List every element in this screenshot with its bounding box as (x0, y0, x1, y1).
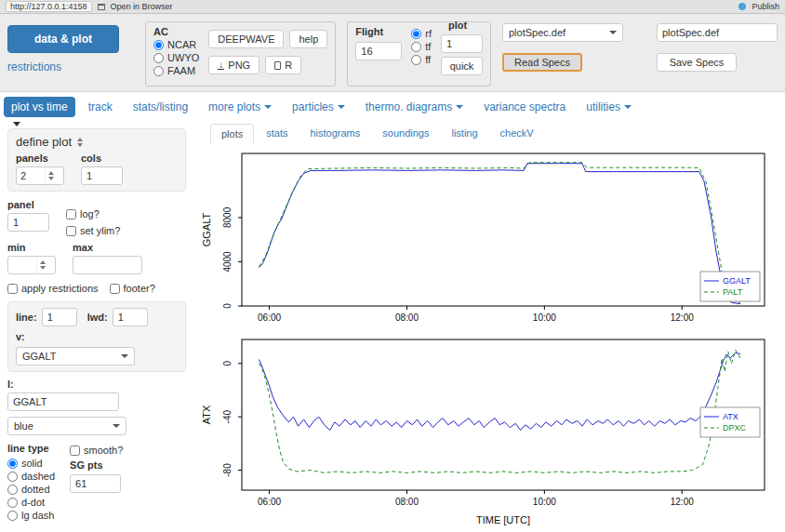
ac-radio-ncar[interactable] (153, 40, 164, 50)
apply-restrictions-checkbox[interactable]: apply restrictions (7, 283, 99, 294)
tab-thermo-diagrams[interactable]: thermo. diagrams (358, 97, 471, 117)
color-select[interactable]: blue (7, 417, 126, 435)
min-input[interactable] (8, 259, 36, 271)
download-icon: ↓ (218, 60, 224, 70)
save-filename-input[interactable] (657, 23, 778, 42)
smooth-checkbox-input[interactable] (70, 446, 80, 456)
subtab-checkv[interactable]: checkV (490, 124, 544, 144)
data-plot-button[interactable]: data & plot (7, 25, 119, 53)
line-type-solid[interactable]: solid (7, 458, 55, 469)
spinner-icon[interactable] (45, 167, 57, 184)
subtab-histograms[interactable]: histograms (299, 124, 370, 144)
svg-text:ATX: ATX (723, 412, 738, 421)
quick-button[interactable]: quick (441, 57, 483, 75)
flight-type-label: tf (425, 41, 431, 52)
flight-type-rf[interactable]: rf (411, 28, 432, 39)
svg-text:PALT: PALT (723, 287, 743, 297)
ac-option-uwyo[interactable]: UWYO (153, 52, 199, 63)
lwd-input[interactable] (113, 308, 148, 326)
read-specs-button[interactable]: Read Specs (502, 53, 582, 72)
ff-radio[interactable] (411, 55, 421, 65)
ac-option-faam[interactable]: FAAM (153, 65, 199, 76)
smooth-checkbox[interactable]: smooth? (70, 445, 123, 456)
open-in-browser-button[interactable]: Open in Browser (111, 2, 173, 11)
ggalt-chart-svg: 06:0008:0010:0012:00040008000GGALTGGALTP… (197, 146, 774, 330)
flight-type-ff[interactable]: ff (411, 54, 432, 65)
svg-text:0: 0 (222, 361, 233, 366)
restrictions-link[interactable]: restrictions (7, 60, 134, 73)
panels-stepper[interactable] (16, 166, 64, 185)
panels-input[interactable] (17, 170, 45, 181)
footer-checkbox-input[interactable] (110, 284, 120, 294)
tab-more-plots[interactable]: more plots (201, 97, 279, 117)
tab-particles[interactable]: particles (285, 97, 353, 117)
set-ylim-checkbox[interactable]: set ylim? (66, 225, 120, 236)
spec-file-select[interactable]: plotSpec.def (502, 23, 623, 42)
flight-number-input[interactable] (355, 42, 402, 60)
svg-text:-80: -80 (222, 463, 233, 477)
line-type-lg-dash[interactable]: lg dash (7, 510, 55, 521)
tf-radio[interactable] (411, 42, 421, 52)
line-number-input[interactable] (42, 308, 77, 326)
flight-group: Flight rf tf ff plot quick (347, 21, 491, 86)
lwd-label: lwd: (87, 312, 108, 323)
subtab-plots[interactable]: plots (210, 124, 254, 144)
d-dot-radio[interactable] (7, 498, 18, 508)
legend-text-input[interactable] (7, 392, 119, 411)
ac-radio-faam[interactable] (153, 66, 164, 76)
plot-subtabs: plots stats histograms soundings listing… (197, 121, 785, 144)
tab-utilities[interactable]: utilities (579, 97, 639, 117)
svg-text:12:00: 12:00 (671, 313, 694, 323)
min-stepper[interactable] (7, 256, 56, 274)
ac-radio-uwyo[interactable] (153, 53, 164, 63)
subtab-soundings[interactable]: soundings (372, 124, 439, 144)
variable-select[interactable]: GGALT (16, 347, 135, 366)
tab-stats-listing[interactable]: stats/listing (126, 97, 195, 117)
ac-option-label: NCAR (167, 39, 196, 50)
log-checkbox-input[interactable] (66, 209, 76, 219)
active-tab-caret-icon[interactable] (13, 122, 20, 126)
main-area: define plot panels cols panel (0, 121, 785, 529)
tab-track[interactable]: track (81, 97, 120, 117)
rf-radio[interactable] (411, 29, 421, 39)
subtab-stats[interactable]: stats (256, 124, 298, 144)
png-download-button[interactable]: ↓PNG (208, 56, 259, 74)
set-ylim-checkbox-input[interactable] (66, 226, 76, 236)
apply-restrictions-input[interactable] (7, 284, 18, 294)
tab-variance-spectra[interactable]: variance spectra (476, 97, 573, 117)
lg-dash-radio[interactable] (7, 511, 18, 521)
line-type-dotted[interactable]: dotted (7, 484, 55, 495)
r-script-button[interactable]: R (265, 56, 301, 74)
publish-icon (738, 3, 746, 10)
dotted-radio[interactable] (7, 485, 18, 495)
atx-plot: 06:0008:0010:0012:000-40-80ATXTIME [UTC]… (197, 332, 785, 529)
flight-type-tf[interactable]: tf (411, 41, 432, 52)
publish-button[interactable]: Publish (752, 2, 779, 11)
line-type-dashed[interactable]: dashed (7, 471, 55, 482)
footer-checkbox[interactable]: footer? (110, 283, 155, 294)
tab-plot-vs-time[interactable]: plot vs time (4, 97, 75, 117)
subtab-listing[interactable]: listing (441, 124, 487, 144)
caret-down-icon (624, 105, 632, 109)
solid-radio[interactable] (7, 459, 18, 469)
log-checkbox[interactable]: log? (66, 208, 120, 219)
ac-group: AC NCAR UWYO FAAM DEEPWAVE help ↓PNG R (145, 21, 336, 86)
svg-text:GGALT: GGALT (723, 276, 751, 286)
flight-type-label: rf (425, 28, 432, 39)
caret-down-icon (609, 31, 617, 34)
ac-option-ncar[interactable]: NCAR (153, 39, 199, 50)
dashed-radio[interactable] (7, 472, 18, 482)
max-input[interactable] (73, 256, 142, 274)
line-type-d-dot[interactable]: d-dot (7, 497, 55, 508)
save-specs-button[interactable]: Save Specs (657, 53, 737, 72)
spinner-icon[interactable] (36, 257, 48, 273)
panel-input[interactable] (7, 213, 49, 232)
project-button[interactable]: DEEPWAVE (208, 30, 284, 48)
caret-down-icon (121, 354, 128, 358)
spinner-icon[interactable] (77, 138, 83, 147)
sg-pts-input[interactable] (70, 474, 121, 493)
cols-input[interactable] (81, 166, 123, 185)
line-label: line: (16, 312, 37, 323)
help-button[interactable]: help (289, 30, 327, 48)
plot-number-input[interactable] (441, 34, 483, 53)
